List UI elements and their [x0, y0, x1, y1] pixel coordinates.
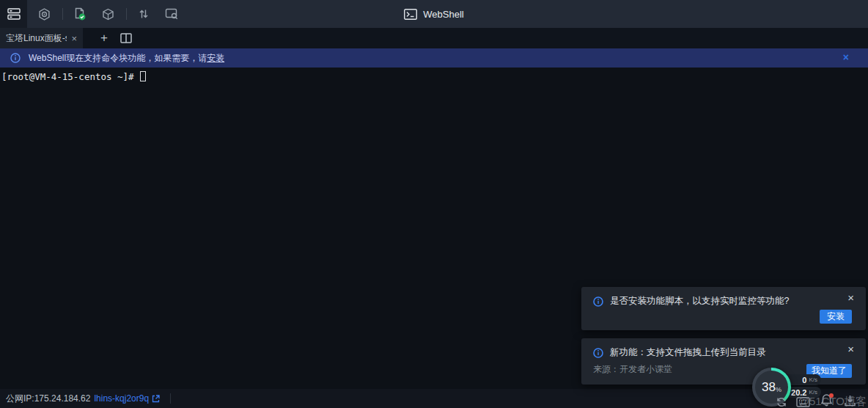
toast-close-icon[interactable]: ×: [847, 292, 854, 303]
upload-value: 0: [802, 376, 806, 385]
keyboard-icon[interactable]: [796, 397, 810, 407]
toolbar-divider: [126, 8, 127, 20]
toast-close-icon[interactable]: ×: [847, 343, 854, 354]
command-script-button[interactable]: [69, 0, 91, 28]
toast-source: 来源：开发者小课堂: [593, 363, 672, 376]
app-title: WebShell: [423, 9, 463, 20]
toast-message: 是否安装功能脚本，以支持实时监控等功能?: [610, 295, 789, 307]
tab-bar: 宝塔Linux面板-sSj2 × +: [0, 28, 868, 48]
top-toolbar: WebShell: [0, 0, 868, 28]
sort-button[interactable]: [133, 0, 155, 28]
terminal-icon: [404, 9, 417, 20]
split-view-icon: [120, 33, 132, 43]
webshell-window: WebShell 宝塔Linux面板-sSj2 × + WebShell现在支持…: [0, 0, 868, 408]
settings-gear-icon: [38, 8, 51, 21]
tab-baota-panel[interactable]: 宝塔Linux面板-sSj2 ×: [0, 28, 83, 48]
plugin-button[interactable]: [97, 0, 119, 28]
download-icon[interactable]: [844, 394, 856, 408]
tab-label: 宝塔Linux面板-sSj2: [6, 32, 67, 45]
split-view-button[interactable]: [115, 28, 137, 48]
banner-message: WebShell现在支持命令块功能，如果需要，请: [29, 52, 207, 65]
host-list-icon: [7, 8, 21, 20]
sync-icon[interactable]: [776, 396, 787, 408]
terminal-prompt: [root@VM-4-15-centos ~]#: [1, 71, 139, 82]
toolbar-divider: [62, 8, 63, 20]
public-ip-label: 公网IP:175.24.184.62: [6, 393, 90, 405]
file-check-icon: [73, 7, 87, 21]
info-icon: [10, 53, 21, 63]
info-icon: [593, 296, 603, 307]
window-search-button[interactable]: [161, 0, 183, 28]
toast-new-feature: 新功能：支持文件拖拽上传到当前目录 × 来源：开发者小课堂 我知道了: [581, 338, 866, 385]
cpu-percent-unit: %: [776, 386, 781, 393]
status-bar: 公网IP:175.24.184.62 lhins-kqj2or9q: [0, 389, 868, 408]
package-cube-icon: [102, 8, 114, 21]
notice-banner: WebShell现在支持命令块功能，如果需要，请安装 ×: [0, 48, 868, 68]
toast-message: 新功能：支持文件拖拽上传到当前目录: [610, 346, 766, 359]
banner-close-icon[interactable]: ×: [843, 52, 849, 62]
terminal-cursor: [140, 71, 146, 81]
tab-close-icon[interactable]: ×: [71, 34, 77, 43]
new-tab-button[interactable]: +: [93, 28, 115, 48]
host-list-button[interactable]: [0, 0, 27, 28]
info-icon: [593, 348, 603, 358]
banner-install-link[interactable]: 安装: [207, 52, 224, 65]
statusbar-divider: [170, 393, 171, 404]
window-search-icon: [165, 8, 178, 20]
install-button[interactable]: 安装: [820, 310, 852, 324]
instance-link[interactable]: lhins-kqj2or9q: [94, 393, 149, 404]
upload-unit: K/s: [809, 376, 817, 383]
bell-icon[interactable]: [820, 393, 833, 407]
cpu-percent-value: 38: [762, 380, 776, 394]
notification-dot: [829, 393, 834, 398]
external-link-icon[interactable]: [152, 395, 160, 403]
toast-install-script: 是否安装功能脚本，以支持实时监控等功能? × 安装: [581, 287, 866, 330]
sort-arrows-icon: [138, 8, 150, 20]
settings-button[interactable]: [33, 0, 55, 28]
